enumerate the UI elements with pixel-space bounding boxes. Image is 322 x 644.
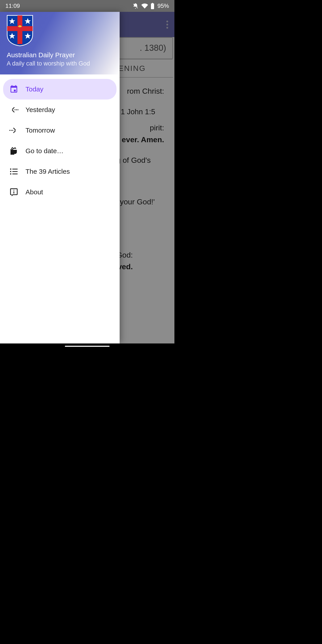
status-icons: 95%: [132, 2, 169, 10]
battery-icon: [151, 3, 154, 9]
nav-item-today[interactable]: Today: [3, 79, 116, 100]
info-speech-icon: [10, 188, 18, 196]
calendar-today-icon: [10, 85, 18, 94]
svg-point-13: [12, 148, 13, 149]
svg-rect-15: [12, 169, 18, 170]
nav-item-about[interactable]: About: [3, 182, 116, 202]
status-bar: 11:09 95%: [0, 0, 174, 12]
nav-item-label: The 39 Articles: [26, 168, 70, 175]
svg-point-9: [12, 130, 13, 131]
navigation-drawer: Australian Daily Prayer A daily call to …: [0, 12, 120, 344]
arrow-right-dotted-icon: [10, 126, 18, 135]
svg-rect-18: [10, 173, 11, 174]
nav-item-label: Yesterday: [26, 106, 55, 114]
status-time: 11:09: [5, 2, 20, 10]
svg-rect-21: [14, 192, 14, 194]
app-subtitle: A daily call to worship with God: [7, 60, 113, 67]
drawer-header: Australian Daily Prayer A daily call to …: [0, 12, 120, 74]
svg-point-10: [11, 130, 12, 131]
svg-rect-14: [10, 168, 11, 170]
drawer-list: Today Yesterday Tomorrow Go to date… The…: [0, 74, 120, 202]
nav-item-tomorrow[interactable]: Tomorrow: [3, 120, 116, 141]
arrow-left-dotted-icon: [10, 105, 18, 114]
svg-point-6: [14, 109, 16, 110]
app-logo-icon: [7, 15, 113, 47]
nav-item-goto-date[interactable]: Go to date…: [3, 141, 116, 161]
svg-rect-19: [12, 174, 18, 174]
nav-item-articles[interactable]: The 39 Articles: [3, 161, 116, 182]
battery-label: 95%: [158, 2, 169, 10]
nav-item-label: About: [26, 188, 43, 196]
svg-rect-17: [12, 171, 18, 172]
nav-item-label: Tomorrow: [26, 126, 55, 134]
nav-item-yesterday[interactable]: Yesterday: [3, 100, 116, 120]
calendar-clock-icon: [10, 146, 18, 156]
wifi-icon: [141, 3, 148, 10]
home-indicator[interactable]: [0, 344, 174, 349]
svg-point-11: [10, 130, 10, 131]
svg-point-8: [18, 109, 18, 110]
svg-rect-20: [14, 190, 14, 190]
list-icon: [10, 167, 18, 176]
svg-point-7: [16, 109, 17, 110]
nav-item-label: Today: [26, 86, 44, 93]
app-title: Australian Daily Prayer: [7, 51, 113, 59]
nav-item-label: Go to date…: [26, 147, 64, 155]
bell-off-icon: [132, 3, 139, 9]
svg-rect-16: [10, 171, 11, 172]
